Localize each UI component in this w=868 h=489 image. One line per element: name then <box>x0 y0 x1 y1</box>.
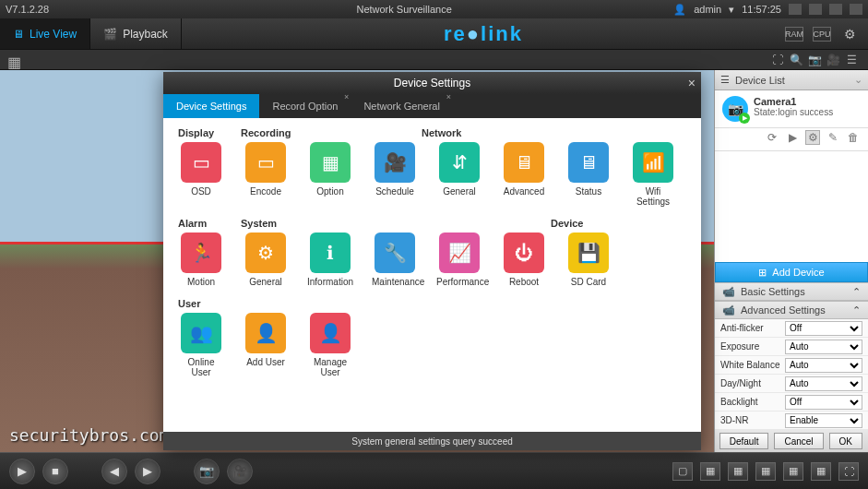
lock-button[interactable] <box>829 4 842 15</box>
right-panel: ☰ Device List ⌄ 📷 Camera1 State:login su… <box>714 70 868 452</box>
snapshot-button[interactable]: 📷 <box>194 459 220 484</box>
settings-gear-icon[interactable]: ⚙ <box>840 27 859 42</box>
antiflicker-label: Anti-flicker <box>720 323 785 333</box>
play-button[interactable]: ▶ <box>9 459 35 484</box>
zoom-icon[interactable]: 🔍 <box>787 54 805 66</box>
tile-schedule[interactable]: 🎥Schedule <box>372 142 418 207</box>
camera-item[interactable]: 📷 Camera1 State:login success <box>715 90 868 128</box>
main-area: securitybros.com Device Settings × Devic… <box>0 70 868 452</box>
app-title: Network Surveillance <box>135 4 673 15</box>
device-list-label: Device List <box>735 75 785 86</box>
tile-sdcard[interactable]: 💾SD Card <box>565 233 612 287</box>
layout-36-button[interactable]: ▦ <box>811 462 831 481</box>
wifi-icon: 📶 <box>633 142 673 183</box>
minimize-button[interactable] <box>789 4 802 15</box>
tab-live-view[interactable]: 🖥 Live View <box>0 18 90 49</box>
user-label: admin <box>694 4 721 15</box>
tile-option[interactable]: ▦Option <box>307 142 353 207</box>
nr3d-select[interactable]: Enable <box>785 413 862 428</box>
sdcard-icon: 💾 <box>568 233 609 273</box>
modal-close-button[interactable]: × <box>688 76 696 90</box>
tab-playback[interactable]: 🎬 Playback <box>90 18 182 49</box>
modal-status-bar: System general settings query succeed <box>163 432 701 450</box>
fullscreen-icon[interactable]: ⛶ <box>768 54 787 66</box>
layout-9-button[interactable]: ▦ <box>728 462 748 481</box>
nr3d-label: 3D-NR <box>720 415 785 425</box>
antiflicker-select[interactable]: Off <box>785 321 862 336</box>
layout-1-button[interactable]: ▢ <box>672 462 693 481</box>
tab-close-icon[interactable]: × <box>344 92 349 101</box>
encode-icon: ▭ <box>245 142 286 183</box>
default-button[interactable]: Default <box>719 433 769 449</box>
cancel-button[interactable]: Cancel <box>774 433 823 449</box>
tile-add-user[interactable]: 👤Add User <box>243 313 289 377</box>
version-label: V7.1.2.28 <box>6 4 135 15</box>
modal-body: Display Recording Network ▭OSD ▭Encode ▦… <box>163 118 701 432</box>
fullscreen-button[interactable]: ⛶ <box>838 462 859 481</box>
refresh-icon[interactable]: ⟳ <box>765 130 779 145</box>
clock-label: 11:57:25 <box>742 4 781 15</box>
tile-online-user[interactable]: 👥Online User <box>178 313 224 377</box>
tab-record-option[interactable]: Record Option× <box>259 94 351 118</box>
tile-maintenance[interactable]: 🔧Maintenance <box>372 233 418 287</box>
tile-manage-user[interactable]: 👤Manage User <box>307 313 353 377</box>
layout-icon[interactable]: ▦ <box>7 54 24 66</box>
daynight-label: Day/Night <box>720 378 785 388</box>
maximize-button[interactable] <box>809 4 822 15</box>
delete-icon[interactable]: 🗑 <box>846 130 861 145</box>
tile-osd[interactable]: ▭OSD <box>178 142 224 207</box>
advanced-settings-header[interactable]: 📹 Advanced Settings ⌃ <box>715 301 868 319</box>
tile-reboot[interactable]: ⏻Reboot <box>501 233 547 287</box>
chevron-up-icon: ⌃ <box>852 286 861 298</box>
record-icon[interactable]: 🎥 <box>824 54 842 66</box>
performance-icon: 📈 <box>439 233 480 273</box>
tile-encode[interactable]: ▭Encode <box>243 142 289 207</box>
tile-net-general[interactable]: ⇵General <box>436 142 482 207</box>
more-icon[interactable]: ☰ <box>842 54 861 66</box>
device-list-header[interactable]: ☰ Device List ⌄ <box>715 70 868 90</box>
prev-button[interactable]: ◀ <box>101 459 127 484</box>
layout-4-button[interactable]: ▦ <box>700 462 720 481</box>
tile-net-status[interactable]: 🖥Status <box>565 142 612 207</box>
camera-small-icon: 📹 <box>722 286 735 298</box>
user-chevron-icon[interactable]: ▾ <box>729 4 734 16</box>
close-button[interactable] <box>850 4 862 15</box>
camera-settings-icon[interactable]: ⚙ <box>805 130 820 145</box>
ok-button[interactable]: OK <box>829 433 862 449</box>
tile-sys-general[interactable]: ⚙General <box>243 233 289 287</box>
reboot-icon: ⏻ <box>504 233 544 273</box>
tile-information[interactable]: ℹInformation <box>307 233 353 287</box>
tile-net-advanced[interactable]: 🖥Advanced <box>501 142 547 207</box>
layout-16-button[interactable]: ▦ <box>755 462 776 481</box>
daynight-select[interactable]: Auto <box>785 376 862 391</box>
camera-name: Camera1 <box>754 96 861 107</box>
section-recording: Recording <box>241 127 303 138</box>
tile-motion[interactable]: 🏃Motion <box>178 233 224 287</box>
backlight-select[interactable]: Off <box>785 395 862 410</box>
exposure-select[interactable]: Auto <box>785 340 862 354</box>
option-icon: ▦ <box>310 142 351 183</box>
whitebalance-label: White Balance <box>720 360 785 370</box>
basic-settings-header[interactable]: 📹 Basic Settings ⌃ <box>715 282 868 301</box>
layout-25-button[interactable]: ▦ <box>783 462 803 481</box>
tab-network-general[interactable]: Network General× <box>351 94 453 118</box>
whitebalance-select[interactable]: Auto <box>785 358 862 373</box>
edit-icon[interactable]: ✎ <box>826 130 840 145</box>
stop-button[interactable]: ■ <box>42 459 68 484</box>
snapshot-icon[interactable]: 📷 <box>805 54 824 66</box>
settings-footer: Default Cancel OK <box>715 430 868 452</box>
record-button[interactable]: 🎥 <box>227 459 253 484</box>
user-icon: 👤 <box>673 4 686 16</box>
play-icon[interactable]: ▶ <box>785 130 800 145</box>
tile-performance[interactable]: 📈Performance <box>436 233 482 287</box>
section-network: Network <box>422 127 461 138</box>
next-button[interactable]: ▶ <box>135 459 161 484</box>
device-settings-modal: Device Settings × Device Settings Record… <box>163 72 701 450</box>
section-system: System <box>241 218 303 229</box>
tile-wifi[interactable]: 📶Wifi Settings <box>630 142 676 207</box>
add-device-button[interactable]: ⊞ Add Device <box>715 262 868 282</box>
tab-device-settings[interactable]: Device Settings <box>163 94 259 118</box>
video-viewport[interactable]: securitybros.com Device Settings × Devic… <box>0 70 714 452</box>
brand-logo: re●link <box>182 22 785 46</box>
tab-close-icon[interactable]: × <box>446 92 451 101</box>
